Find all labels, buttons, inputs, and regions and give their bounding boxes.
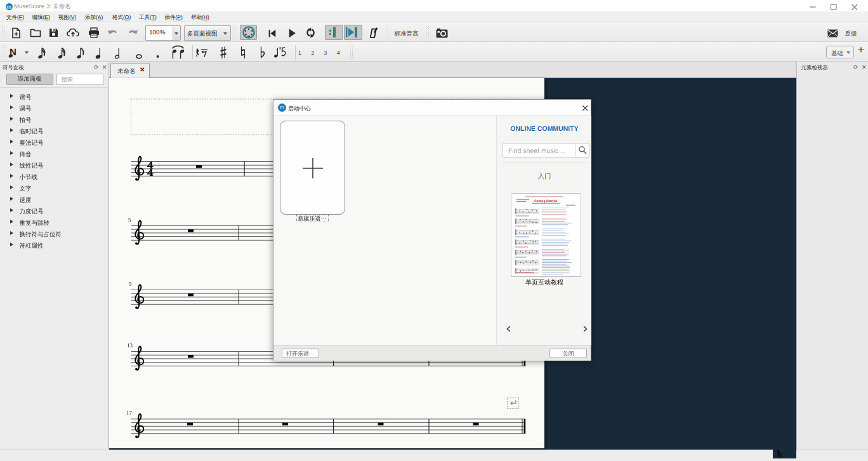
svg-text:5: 5 <box>128 217 131 223</box>
svg-text:17: 17 <box>126 410 133 416</box>
svg-text:9: 9 <box>129 281 132 287</box>
svg-text:Getting Started: Getting Started <box>534 199 557 203</box>
svg-text:13: 13 <box>127 342 133 349</box>
